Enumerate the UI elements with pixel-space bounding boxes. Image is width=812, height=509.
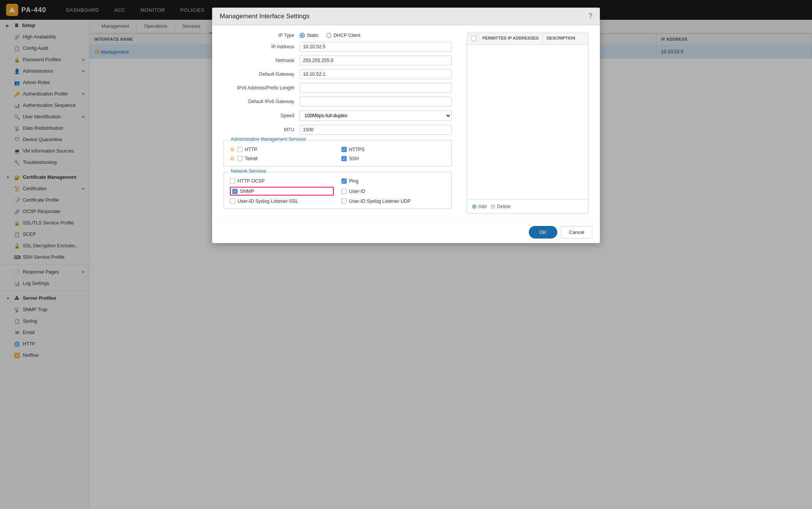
http-cb[interactable] bbox=[237, 147, 243, 152]
ip-type-field: Static DHCP Client bbox=[300, 33, 452, 38]
ipv6-address-label: IPv6 Address/Prefix Length bbox=[224, 85, 300, 91]
dialog-header: Management Interface Settings ? bbox=[212, 20, 600, 25]
http-ocsp-item: HTTP OCSP bbox=[230, 178, 334, 184]
radio-static[interactable]: Static bbox=[300, 33, 319, 38]
dialog-overlay: Management Interface Settings ? IP Type bbox=[89, 20, 812, 509]
https-service-item: HTTPS bbox=[341, 146, 445, 153]
speed-field: 100Mbps-full-duplex bbox=[300, 110, 452, 121]
telnet-cb[interactable] bbox=[237, 156, 243, 161]
default-gateway-row: Default Gateway bbox=[224, 69, 452, 79]
snmp-label: SNMP bbox=[240, 188, 254, 194]
dialog-help-icon[interactable]: ? bbox=[588, 20, 592, 20]
ip-type-label: IP Type bbox=[224, 33, 300, 38]
default-ipv6-input[interactable] bbox=[300, 97, 452, 107]
ssh-label: SSH bbox=[349, 156, 359, 161]
ssh-cb[interactable] bbox=[341, 156, 347, 161]
telnet-gear-icon: ⚙ bbox=[230, 156, 235, 162]
mtu-row: MTU bbox=[224, 125, 452, 135]
uid-syslog-udp-label: User-ID Syslog Listener-UDP bbox=[349, 199, 411, 204]
ping-cb[interactable] bbox=[341, 178, 347, 184]
snmp-item[interactable]: SNMP bbox=[230, 187, 334, 196]
https-cb[interactable] bbox=[341, 147, 347, 152]
default-ipv6-label: Default IPv6 Gateway bbox=[224, 99, 300, 104]
snmp-cb[interactable] bbox=[232, 189, 238, 194]
ip-header-checkbox[interactable] bbox=[471, 36, 476, 41]
telnet-service-item: ⚙ Telnet bbox=[230, 156, 334, 162]
netmask-row: Netmask bbox=[224, 56, 452, 65]
speed-row: Speed 100Mbps-full-duplex bbox=[224, 110, 452, 121]
http-ocsp-cb[interactable] bbox=[230, 178, 235, 184]
network-services-title: Network Services bbox=[228, 169, 268, 174]
network-services-section: Network Services HTTP OCSP bbox=[224, 172, 452, 209]
add-ip-button[interactable]: ⊕ Add bbox=[472, 203, 487, 210]
ip-panel-desc-col: DESCRIPTION bbox=[543, 33, 588, 45]
network-services-grid: HTTP OCSP Ping bbox=[230, 177, 445, 204]
ipv6-address-field bbox=[300, 83, 452, 93]
cancel-button[interactable]: Cancel bbox=[561, 226, 592, 239]
default-ipv6-row: Default IPv6 Gateway bbox=[224, 97, 452, 107]
uid-syslog-ssl-cb[interactable] bbox=[230, 199, 235, 204]
dialog-title: Management Interface Settings bbox=[220, 20, 309, 20]
radio-dhcp[interactable]: DHCP Client bbox=[326, 33, 360, 38]
mtu-input[interactable] bbox=[300, 125, 452, 135]
default-ipv6-field bbox=[300, 97, 452, 107]
uid-syslog-ssl-label: User-ID Syslog Listener-SSL bbox=[238, 199, 298, 204]
dialog-right: PERMITTED IP ADDRESSES DESCRIPTION ⊕ Add bbox=[459, 33, 588, 213]
delete-ip-button[interactable]: ⊖ Delete bbox=[490, 203, 511, 210]
radio-dhcp-label: DHCP Client bbox=[333, 33, 360, 38]
delete-circle-icon: ⊖ bbox=[490, 203, 495, 210]
dialog-footer: OK Cancel bbox=[212, 221, 600, 243]
ip-address-row: IP Address bbox=[224, 42, 452, 52]
admin-services-grid: ⚙ HTTP HTTPS bbox=[230, 145, 445, 162]
dialog-layout: IP Type Static bbox=[224, 33, 588, 213]
ip-type-row: IP Type Static bbox=[224, 33, 452, 38]
https-label: HTTPS bbox=[349, 147, 365, 152]
ip-address-field bbox=[300, 42, 452, 52]
ip-address-input[interactable] bbox=[300, 42, 452, 52]
mtu-field bbox=[300, 125, 452, 135]
user-id-cb[interactable] bbox=[341, 189, 347, 194]
default-gateway-input[interactable] bbox=[300, 69, 452, 79]
admin-services-section: Administrative Management Services ⚙ HTT… bbox=[224, 140, 452, 167]
netmask-input[interactable] bbox=[300, 56, 452, 65]
default-gateway-label: Default Gateway bbox=[224, 72, 300, 77]
ok-button[interactable]: OK bbox=[529, 226, 557, 239]
ssh-service-item: SSH bbox=[341, 156, 445, 162]
dialog-left: IP Type Static bbox=[224, 33, 452, 213]
ip-panel: PERMITTED IP ADDRESSES DESCRIPTION ⊕ Add bbox=[467, 33, 588, 213]
speed-select[interactable]: 100Mbps-full-duplex bbox=[300, 110, 452, 121]
ipv6-address-row: IPv6 Address/Prefix Length bbox=[224, 83, 452, 93]
default-gateway-field bbox=[300, 69, 452, 79]
user-id-item: User-ID bbox=[341, 187, 445, 196]
http-label: HTTP bbox=[245, 147, 257, 152]
add-label: Add bbox=[478, 204, 487, 209]
dialog-body: IP Type Static bbox=[212, 25, 600, 221]
uid-syslog-udp-cb[interactable] bbox=[341, 199, 347, 204]
ip-panel-addr-col: PERMITTED IP ADDRESSES bbox=[479, 33, 543, 45]
netmask-label: Netmask bbox=[224, 58, 300, 63]
uid-syslog-ssl-item: User-ID Syslog Listener-SSL bbox=[230, 199, 334, 204]
ip-panel-check-col bbox=[467, 33, 479, 45]
add-circle-icon: ⊕ bbox=[472, 203, 477, 210]
speed-label: Speed bbox=[224, 113, 300, 118]
http-ocsp-label: HTTP OCSP bbox=[238, 178, 265, 184]
ip-type-radio-group: Static DHCP Client bbox=[300, 33, 452, 38]
uid-syslog-udp-item: User-ID Syslog Listener-UDP bbox=[341, 199, 445, 204]
radio-static-icon[interactable] bbox=[300, 33, 305, 38]
mtu-label: MTU bbox=[224, 127, 300, 132]
ip-panel-header: PERMITTED IP ADDRESSES DESCRIPTION bbox=[467, 33, 588, 45]
radio-dhcp-icon[interactable] bbox=[326, 33, 331, 38]
content-area: Management | Operations | Services | Int… bbox=[89, 20, 812, 509]
ip-address-label: IP Address bbox=[224, 44, 300, 49]
ip-panel-footer: ⊕ Add ⊖ Delete bbox=[467, 199, 588, 213]
ip-panel-body bbox=[467, 45, 588, 199]
netmask-field bbox=[300, 56, 452, 65]
admin-services-title: Administrative Management Services bbox=[228, 137, 308, 142]
radio-static-label: Static bbox=[307, 33, 319, 38]
main-layout: ▶ 🖥 Setup 🔗 High Availability 📋 Config A… bbox=[0, 20, 812, 509]
http-gear-icon: ⚙ bbox=[230, 146, 235, 153]
delete-label: Delete bbox=[497, 204, 511, 209]
ping-item: Ping bbox=[341, 178, 445, 184]
ipv6-address-input[interactable] bbox=[300, 83, 452, 93]
telnet-label: Telnet bbox=[245, 156, 257, 161]
